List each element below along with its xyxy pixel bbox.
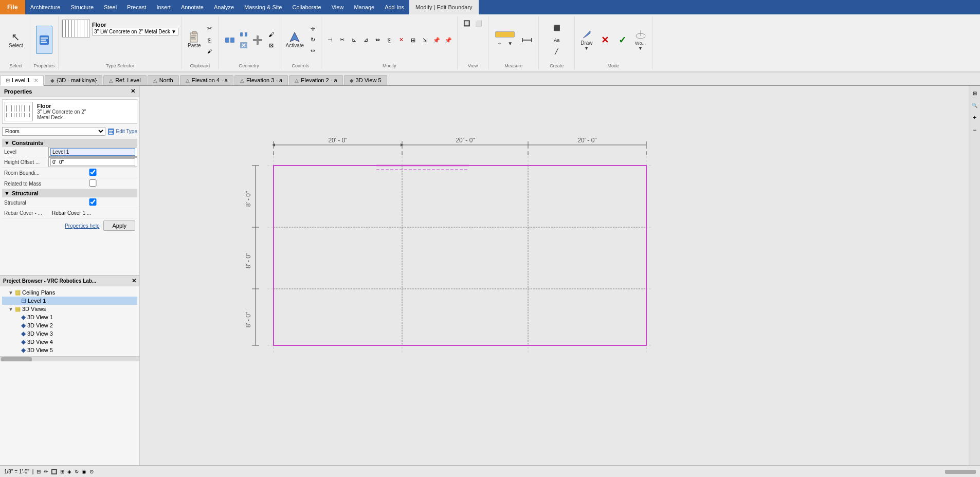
menu-collaborate[interactable]: Collaborate — [287, 0, 326, 14]
menu-modify-edit-boundary[interactable]: Modify | Edit Boundary — [409, 0, 478, 14]
prop-filter-select[interactable]: Floors — [2, 127, 105, 136]
menu-structure[interactable]: Structure — [65, 0, 99, 14]
measure-drop[interactable]: ▼ — [505, 39, 515, 49]
menu-addins[interactable]: Add-Ins — [379, 0, 409, 14]
menu-steel[interactable]: Steel — [99, 0, 122, 14]
extend-button[interactable]: ⊿ — [360, 34, 371, 46]
level-input[interactable] — [50, 148, 135, 156]
mirror-pick-button[interactable]: ⇔ — [372, 34, 383, 46]
zoom-fit-button[interactable]: ⊞ — [970, 88, 980, 98]
measure-button[interactable]: ↔ ▼ — [492, 26, 518, 54]
related-mass-checkbox[interactable] — [50, 179, 135, 187]
component-button[interactable]: ⬛ — [549, 23, 565, 34]
annotate-status-icon[interactable]: ✏ — [44, 469, 48, 474]
height-input[interactable] — [50, 158, 135, 166]
properties-button[interactable] — [36, 26, 52, 54]
draw-dropdown[interactable]: ▼ — [584, 46, 589, 51]
zoom-in-button[interactable]: + — [970, 113, 980, 123]
tab-elevation4a[interactable]: △ Elevation 4 - a — [180, 75, 233, 85]
paste-button[interactable]: Paste — [185, 26, 204, 54]
unjoin-geom-button[interactable] — [239, 29, 249, 40]
3d-view-button[interactable]: 🔲 — [461, 17, 473, 29]
tab-ref-level[interactable]: △ Ref. Level — [103, 75, 147, 85]
structural-checkbox[interactable] — [50, 198, 135, 206]
tree-3dview4[interactable]: ◆ 3D View 4 — [2, 338, 137, 346]
properties-help-link[interactable]: Properties help — [65, 223, 99, 229]
tree-3dview5[interactable]: ◆ 3D View 5 — [2, 346, 137, 354]
tab-level1[interactable]: ⊟ Level 1 ✕ — [0, 75, 44, 86]
menu-insert[interactable]: Insert — [151, 0, 176, 14]
tab-elevation3a[interactable]: △ Elevation 3 - a — [234, 75, 288, 85]
tree-3dview1[interactable]: ◆ 3D View 1 — [2, 313, 137, 321]
array-button[interactable]: ⊞ — [407, 34, 419, 46]
tree-3dviews[interactable]: ▼ ▦ 3D Views — [2, 305, 137, 313]
menu-architecture[interactable]: Architecture — [25, 0, 66, 14]
finish-mode-button[interactable]: ✓ — [615, 26, 630, 54]
cut-geom-button[interactable] — [239, 40, 249, 50]
align-button[interactable]: ⊣ — [324, 34, 336, 46]
workplane-button[interactable]: Wo... ▼ — [632, 26, 649, 54]
paint-button[interactable]: 🖌 — [266, 29, 277, 40]
pb-scrollbar-thumb[interactable] — [1, 357, 32, 361]
edit-type-button[interactable]: Edit Type — [107, 128, 137, 135]
match-props-button[interactable]: 🖌 — [205, 46, 215, 57]
level-value[interactable] — [48, 147, 137, 157]
view-props-status-icon[interactable]: ⊙ — [89, 469, 94, 474]
offset-button[interactable]: ⇔ — [307, 46, 318, 56]
tab-north[interactable]: △ North — [148, 75, 179, 85]
tab-level1-close[interactable]: ✕ — [34, 78, 38, 83]
render-icon[interactable]: ◉ — [82, 469, 86, 474]
properties-close-icon[interactable]: ✕ — [131, 88, 135, 95]
delete-element-button[interactable]: ✕ — [395, 34, 407, 46]
tab-elevation2a[interactable]: △ Elevation 2 - a — [289, 75, 342, 85]
design-options-icon[interactable]: ◈ — [67, 469, 71, 474]
join-geom-button[interactable] — [222, 26, 238, 54]
zoom-out-button[interactable]: − — [970, 125, 980, 135]
structural-value[interactable] — [48, 197, 137, 208]
unpin-button[interactable]: 📌 — [443, 34, 454, 46]
menu-precast[interactable]: Precast — [122, 0, 151, 14]
wall-joins-button[interactable] — [249, 26, 266, 54]
menu-massing[interactable]: Massing & Site — [239, 0, 287, 14]
structural-section[interactable]: ▼ Structural — [2, 189, 137, 197]
cut-button[interactable]: ✂ — [205, 24, 215, 34]
copy-button[interactable]: ⎘ — [205, 35, 215, 45]
scale-button[interactable]: ⇲ — [419, 34, 430, 46]
status-scrollbar-thumb[interactable] — [945, 470, 976, 474]
model-status-icon[interactable]: ⊟ — [37, 469, 41, 474]
rotate-button[interactable]: ↻ — [307, 35, 318, 45]
room-bounding-value[interactable] — [48, 168, 137, 178]
copy-button2[interactable]: ⎘ — [384, 34, 395, 46]
constraints-section[interactable]: ▼ Constraints — [2, 139, 137, 147]
snaps-icon[interactable]: 🔲 — [51, 469, 57, 474]
workplane-dropdown[interactable]: ▼ — [638, 46, 643, 51]
canvas[interactable]: 20' - 0" 20' - 0" 20' - 0" 8' - 0" 8' - … — [140, 86, 980, 465]
select-button[interactable]: ↖ Select — [6, 26, 26, 54]
worksets-icon[interactable]: ⊞ — [60, 469, 64, 474]
dimension-button[interactable] — [519, 26, 535, 54]
split-face-button[interactable]: ⊠ — [266, 40, 277, 50]
tree-3dview2[interactable]: ◆ 3D View 2 — [2, 321, 137, 329]
pin-button[interactable]: 📌 — [431, 34, 442, 46]
related-mass-value[interactable] — [48, 178, 137, 189]
file-menu[interactable]: File — [0, 0, 25, 14]
pb-close-icon[interactable]: ✕ — [132, 278, 136, 284]
tab-3dview5[interactable]: ◆ 3D View 5 — [344, 75, 387, 85]
model-line-button[interactable]: ╱ — [549, 46, 565, 58]
wireframe-button[interactable]: ⬜ — [473, 17, 484, 29]
menu-analyze[interactable]: Analyze — [209, 0, 239, 14]
measure-along-element[interactable]: ↔ — [494, 39, 504, 49]
tree-3dview3[interactable]: ◆ 3D View 3 — [2, 329, 137, 338]
tab-3d-matikinya[interactable]: ◆ {3D - matikinya} — [45, 75, 102, 85]
tree-ceiling-level1[interactable]: ⊟ Level 1 — [2, 297, 137, 305]
cancel-mode-button[interactable]: ✕ — [597, 26, 613, 54]
zoom-region-button[interactable]: 🔍 — [970, 100, 980, 111]
split-element-button[interactable]: ✂ — [336, 34, 348, 46]
menu-view[interactable]: View — [326, 0, 349, 14]
room-bounding-checkbox[interactable] — [50, 169, 135, 176]
tree-ceiling-plans[interactable]: ▼ ▦ Ceiling Plans — [2, 288, 137, 297]
trim-button[interactable]: ⊾ — [348, 34, 359, 46]
apply-button[interactable]: Apply — [103, 221, 135, 231]
model-text-button[interactable]: Aa — [549, 34, 565, 46]
pb-scrollbar[interactable] — [0, 356, 139, 361]
